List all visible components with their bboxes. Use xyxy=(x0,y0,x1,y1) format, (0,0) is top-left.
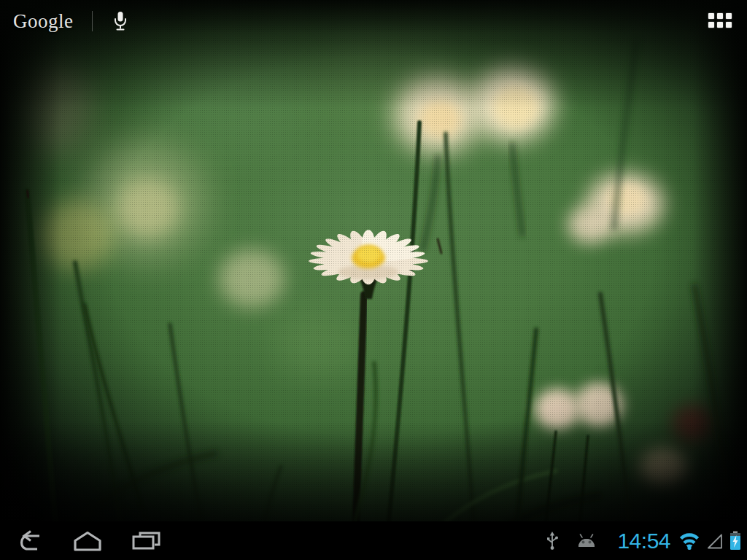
android-home-screen: Google xyxy=(0,0,747,560)
voice-search-button[interactable] xyxy=(113,11,128,31)
recent-apps-icon xyxy=(131,531,160,551)
cell-signal-empty-icon xyxy=(707,533,723,549)
navigation-buttons xyxy=(0,521,175,560)
wifi-signal-full-icon xyxy=(678,532,700,550)
apps-grid-icon xyxy=(708,13,714,19)
battery-charging-icon xyxy=(729,531,741,551)
all-apps-button[interactable] xyxy=(708,13,732,28)
home-button[interactable] xyxy=(58,521,117,560)
system-bar: 14:54 xyxy=(0,521,747,560)
usb-icon xyxy=(546,532,559,551)
back-button[interactable] xyxy=(0,521,58,560)
widget-divider xyxy=(92,11,93,31)
daisy-flower xyxy=(298,213,444,337)
google-search-widget[interactable]: Google xyxy=(13,7,128,35)
android-robot-icon xyxy=(577,534,596,548)
google-logo[interactable]: Google xyxy=(13,10,73,33)
wallpaper xyxy=(0,0,747,560)
home-icon xyxy=(72,531,103,551)
microphone-icon xyxy=(113,11,128,31)
status-area[interactable]: 14:54 xyxy=(546,521,741,560)
clock: 14:54 xyxy=(617,521,670,560)
back-arrow-icon xyxy=(15,530,44,552)
recent-apps-button[interactable] xyxy=(117,521,175,560)
